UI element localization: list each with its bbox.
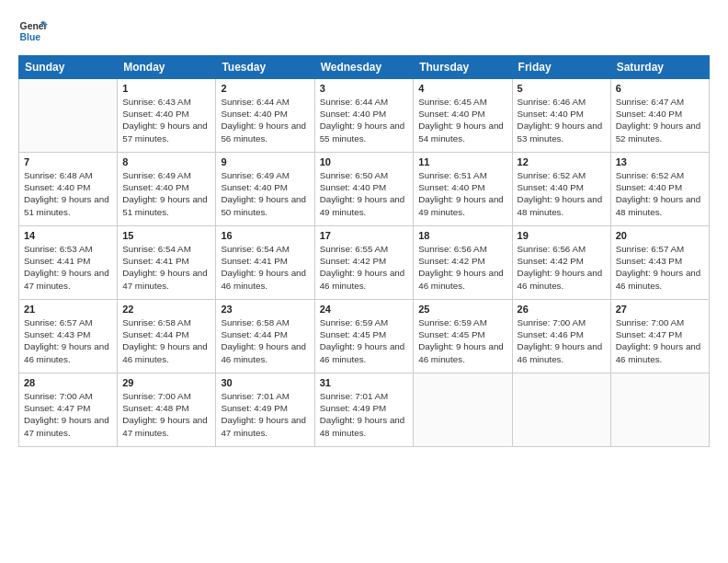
table-row: 24Sunrise: 6:59 AMSunset: 4:45 PMDayligh… [314,300,414,373]
day-detail: Sunrise: 7:01 AMSunset: 4:49 PMDaylight:… [320,390,409,439]
table-row: 14Sunrise: 6:53 AMSunset: 4:41 PMDayligh… [19,226,118,300]
sunrise-label: Sunrise: 6:59 AM [320,317,389,327]
table-row: 18Sunrise: 6:56 AMSunset: 4:42 PMDayligh… [414,226,512,300]
sunrise-label: Sunrise: 7:00 AM [518,317,586,327]
sunrise-label: Sunrise: 7:00 AM [616,317,685,327]
day-number: 11 [418,156,506,167]
table-row: 27Sunrise: 7:00 AMSunset: 4:47 PMDayligh… [610,300,709,373]
sunrise-label: Sunrise: 6:49 AM [122,170,191,180]
day-detail: Sunrise: 6:57 AMSunset: 4:43 PMDaylight:… [24,316,112,365]
calendar-table: Sunday Monday Tuesday Wednesday Thursday… [18,55,710,447]
sunset-label: Sunset: 4:42 PM [320,256,386,266]
sunset-label: Sunset: 4:47 PM [24,403,90,413]
day-detail: Sunrise: 7:00 AMSunset: 4:46 PMDaylight:… [518,316,606,365]
day-number: 10 [320,156,409,167]
table-row: 31Sunrise: 7:01 AMSunset: 4:49 PMDayligh… [314,373,414,447]
table-row: 16Sunrise: 6:54 AMSunset: 4:41 PMDayligh… [216,226,314,300]
sunrise-label: Sunrise: 6:44 AM [320,97,389,107]
calendar-page: General Blue Sunday Monday Tuesday Wedne… [0,0,728,563]
table-row: 9Sunrise: 6:49 AMSunset: 4:40 PMDaylight… [216,153,314,226]
table-row: 28Sunrise: 7:00 AMSunset: 4:47 PMDayligh… [19,373,118,447]
table-row: 11Sunrise: 6:51 AMSunset: 4:40 PMDayligh… [414,153,512,226]
sunrise-label: Sunrise: 6:54 AM [221,244,290,254]
sunset-label: Sunset: 4:45 PM [418,329,484,339]
day-number: 4 [418,83,506,94]
day-number: 8 [122,156,210,167]
daylight-label: Daylight: 9 hours and 46 minutes. [616,341,701,363]
daylight-label: Daylight: 9 hours and 46 minutes. [320,268,405,290]
day-number: 30 [221,377,309,388]
table-row: 19Sunrise: 6:56 AMSunset: 4:42 PMDayligh… [512,226,610,300]
day-number: 31 [320,377,409,388]
table-row: 3Sunrise: 6:44 AMSunset: 4:40 PMDaylight… [314,79,414,153]
daylight-label: Daylight: 9 hours and 47 minutes. [24,268,109,290]
sunrise-label: Sunrise: 6:54 AM [122,244,191,254]
table-row: 17Sunrise: 6:55 AMSunset: 4:42 PMDayligh… [314,226,414,300]
day-number: 7 [24,156,112,167]
sunset-label: Sunset: 4:40 PM [122,109,188,119]
table-row: 15Sunrise: 6:54 AMSunset: 4:41 PMDayligh… [118,226,216,300]
day-detail: Sunrise: 6:44 AMSunset: 4:40 PMDaylight:… [320,96,409,144]
calendar-header-row: Sunday Monday Tuesday Wednesday Thursday… [19,56,710,79]
sunrise-label: Sunrise: 6:53 AM [24,244,93,254]
daylight-label: Daylight: 9 hours and 46 minutes. [418,268,504,290]
day-number: 28 [24,377,112,388]
daylight-label: Daylight: 9 hours and 46 minutes. [320,341,405,363]
sunrise-label: Sunrise: 6:58 AM [221,317,290,327]
daylight-label: Daylight: 9 hours and 57 minutes. [122,121,208,143]
sunrise-label: Sunrise: 6:46 AM [518,97,586,107]
sunset-label: Sunset: 4:43 PM [24,329,90,339]
table-row: 21Sunrise: 6:57 AMSunset: 4:43 PMDayligh… [19,300,118,373]
day-detail: Sunrise: 6:49 AMSunset: 4:40 PMDaylight:… [221,169,309,218]
table-row: 30Sunrise: 7:01 AMSunset: 4:49 PMDayligh… [216,373,314,447]
daylight-label: Daylight: 9 hours and 54 minutes. [418,121,504,143]
sunset-label: Sunset: 4:44 PM [221,329,287,339]
table-row: 8Sunrise: 6:49 AMSunset: 4:40 PMDaylight… [118,153,216,226]
sunrise-label: Sunrise: 6:44 AM [221,97,290,107]
day-detail: Sunrise: 6:56 AMSunset: 4:42 PMDaylight:… [518,243,606,292]
day-number: 13 [616,156,704,167]
sunset-label: Sunset: 4:42 PM [518,256,584,266]
sunset-label: Sunset: 4:40 PM [122,182,188,192]
day-detail: Sunrise: 6:49 AMSunset: 4:40 PMDaylight:… [122,169,210,218]
daylight-label: Daylight: 9 hours and 56 minutes. [221,121,306,143]
sunrise-label: Sunrise: 6:57 AM [24,317,93,327]
daylight-label: Daylight: 9 hours and 46 minutes. [418,341,504,363]
daylight-label: Daylight: 9 hours and 46 minutes. [616,268,701,290]
sunset-label: Sunset: 4:41 PM [221,256,287,266]
col-saturday: Saturday [610,56,709,79]
table-row: 25Sunrise: 6:59 AMSunset: 4:45 PMDayligh… [414,300,512,373]
table-row: 23Sunrise: 6:58 AMSunset: 4:44 PMDayligh… [216,300,314,373]
calendar-week-row: 28Sunrise: 7:00 AMSunset: 4:47 PMDayligh… [19,373,710,447]
table-row: 10Sunrise: 6:50 AMSunset: 4:40 PMDayligh… [314,153,414,226]
day-detail: Sunrise: 6:45 AMSunset: 4:40 PMDaylight:… [418,96,506,144]
daylight-label: Daylight: 9 hours and 46 minutes. [518,268,603,290]
sunrise-label: Sunrise: 7:01 AM [221,391,290,401]
sunset-label: Sunset: 4:40 PM [221,109,287,119]
day-number: 14 [24,230,112,241]
sunset-label: Sunset: 4:40 PM [518,182,584,192]
day-number: 26 [518,304,606,315]
sunset-label: Sunset: 4:40 PM [518,109,584,119]
col-sunday: Sunday [19,56,118,79]
table-row: 20Sunrise: 6:57 AMSunset: 4:43 PMDayligh… [610,226,709,300]
day-detail: Sunrise: 6:52 AMSunset: 4:40 PMDaylight:… [616,169,704,218]
day-number: 16 [221,230,309,241]
day-number: 19 [518,230,606,241]
daylight-label: Daylight: 9 hours and 48 minutes. [616,194,701,216]
sunset-label: Sunset: 4:40 PM [418,109,484,119]
calendar-week-row: 1Sunrise: 6:43 AMSunset: 4:40 PMDaylight… [19,79,710,153]
sunset-label: Sunset: 4:40 PM [616,109,682,119]
day-detail: Sunrise: 6:46 AMSunset: 4:40 PMDaylight:… [518,96,606,144]
day-number: 3 [320,83,409,94]
day-detail: Sunrise: 6:59 AMSunset: 4:45 PMDaylight:… [320,316,409,365]
sunrise-label: Sunrise: 7:01 AM [320,391,389,401]
sunrise-label: Sunrise: 6:50 AM [320,170,389,180]
daylight-label: Daylight: 9 hours and 47 minutes. [24,415,109,437]
day-detail: Sunrise: 6:51 AMSunset: 4:40 PMDaylight:… [418,169,506,218]
sunset-label: Sunset: 4:46 PM [518,329,584,339]
sunrise-label: Sunrise: 6:52 AM [518,170,586,180]
table-row [512,373,610,447]
sunset-label: Sunset: 4:40 PM [24,182,90,192]
sunrise-label: Sunrise: 6:43 AM [122,97,191,107]
